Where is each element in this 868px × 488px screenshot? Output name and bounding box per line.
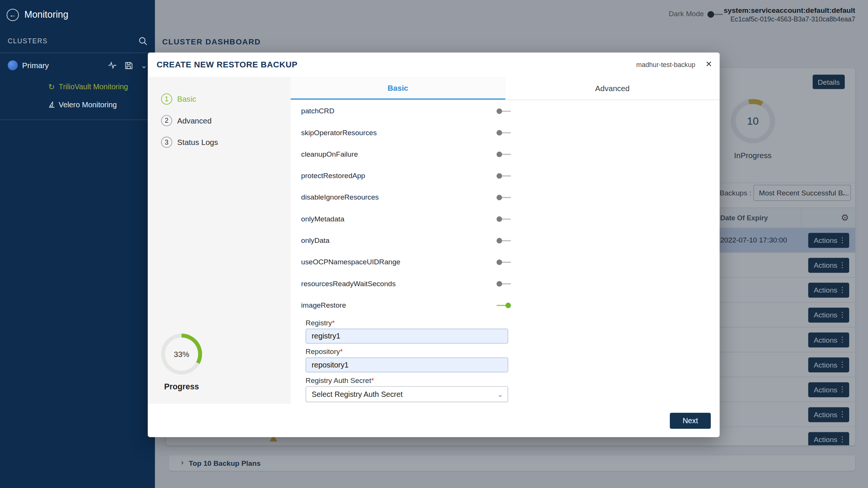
registry-auth-secret-select[interactable]: Select Registry Auth Secret ⌄ [306,386,508,403]
toggle-row-cleanuponfailure: cleanupOnFailure [290,143,720,165]
app-title: Monitoring [24,9,69,20]
toggle-row-resourcesreadywaitseconds: resourcesReadyWaitSeconds [290,273,720,294]
modal-tabs: Basic Advanced [290,77,720,100]
sidebar-item-primary-cluster[interactable]: Primary ⌄ [0,53,155,78]
screen: Dark Mode system:serviceaccount:default:… [0,0,868,488]
registry-auth-secret-label: Registry Auth Secret* [306,376,508,386]
repository-input[interactable] [306,357,508,372]
required-asterisk: * [371,376,374,384]
onlymetadata-toggle[interactable] [497,216,511,223]
sidebar-header: ← Monitoring [0,0,155,29]
cluster-name: Primary [22,61,101,70]
clusters-section-header: CLUSTERS [0,29,155,53]
toggle-row-onlydata: onlyData [290,230,720,251]
clusters-label: CLUSTERS [8,37,139,45]
progress-label: Progress [161,382,202,391]
toggle-row-useocpnamespaceuidrange: useOCPNamespaceUIDRange [290,251,720,273]
skipoperatorresources-toggle[interactable] [497,130,511,136]
imagerestore-toggle[interactable] [497,302,511,309]
sidebar-item-label: TrilioVault Monitoring [59,82,128,91]
modal-form-content: patchCRD skipOperatorResources cleanupOn… [290,100,720,404]
toggle-row-onlymetadata: onlyMetadata [290,208,720,229]
step-number: 3 [161,136,172,147]
toggle-row-patchcrd: patchCRD [290,100,720,122]
activity-icon[interactable] [108,61,117,69]
modal-header: CREATE NEW RESTORE BACKUP madhur-test-ba… [148,53,720,77]
step-number: 1 [161,93,172,104]
useocpnamespaceuidrange-toggle[interactable] [497,259,511,266]
patchcrd-toggle[interactable] [497,108,511,115]
toggle-row-protectrestoredapp: protectRestoredApp [290,165,720,186]
registry-label: Registry* [306,319,508,328]
toggle-row-imagerestore: imageRestore [290,294,720,316]
step-status-logs[interactable]: 3 Status Logs [148,131,290,152]
modal-title: CREATE NEW RESTORE BACKUP [157,60,298,69]
required-asterisk: * [340,348,342,356]
velero-sail-icon [46,101,56,108]
toggle-row-skipoperatorresources: skipOperatorResources [290,122,720,143]
required-asterisk: * [332,319,335,327]
toggle-row-disableignoreresources: disableIgnoreResources [290,186,720,208]
sidebar-item-velero-monitoring[interactable]: Velero Monitoring [0,96,155,114]
cluster-icon [8,60,18,70]
backup-name: madhur-test-backup [636,61,695,69]
chevron-down-icon: ⌄ [497,387,503,402]
sidebar-item-label: Velero Monitoring [59,101,117,109]
disableignoreresources-toggle[interactable] [497,194,511,201]
sidebar: ← Monitoring CLUSTERS Primary [0,0,155,488]
wizard-stepper: 1 Basic 2 Advanced 3 Status Logs 33% Pro… [148,77,290,404]
modal-footer: Next [148,404,720,437]
onlydata-toggle[interactable] [497,237,511,244]
chevron-down-icon[interactable]: ⌄ [141,61,147,69]
modal-body: 1 Basic 2 Advanced 3 Status Logs 33% Pro… [148,77,720,404]
step-basic[interactable]: 1 Basic [148,88,290,110]
image-restore-fields: Registry* Repository* Registry Auth Secr… [306,319,508,402]
close-icon[interactable]: × [706,58,712,71]
resourcesreadywaitseconds-toggle[interactable] [497,281,511,287]
select-value: Select Registry Auth Secret [312,390,402,398]
next-button[interactable]: Next [670,413,711,429]
modal-form-area: Basic Advanced patchCRD skipOperatorReso… [290,77,720,404]
restore-icon: ↻ [46,83,56,91]
registry-input[interactable] [306,329,508,344]
tab-advanced[interactable]: Advanced [505,77,720,99]
protectrestoredapp-toggle[interactable] [497,172,511,179]
save-icon[interactable] [125,61,133,69]
create-restore-backup-modal: CREATE NEW RESTORE BACKUP madhur-test-ba… [148,53,720,437]
progress-percent: 33% [161,334,202,375]
step-number: 2 [161,115,172,126]
sidebar-divider [0,119,155,120]
repository-label: Repository* [306,348,508,357]
back-arrow-icon: ← [9,11,16,19]
cleanuponfailure-toggle[interactable] [497,151,511,158]
back-button[interactable]: ← [7,9,19,21]
sidebar-item-triliovault-monitoring[interactable]: ↻ TrilioVault Monitoring [0,78,155,96]
progress-ring: 33% [161,334,202,375]
step-advanced[interactable]: 2 Advanced [148,110,290,131]
search-icon[interactable] [138,37,147,46]
tab-basic[interactable]: Basic [290,77,505,99]
progress-widget: 33% Progress [161,334,202,391]
